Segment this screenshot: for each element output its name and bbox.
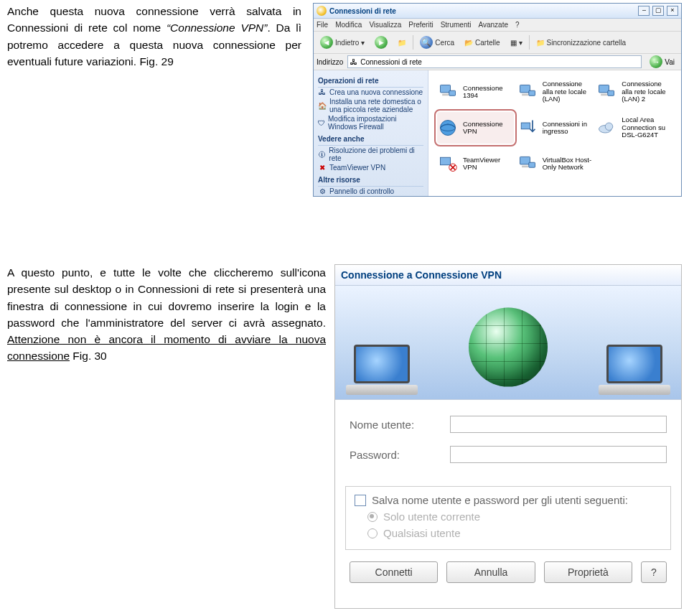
figure-30-dialog: Connessione a Connessione VPN Nome utent… xyxy=(334,264,682,609)
connection-item[interactable]: Local Area Connection su DSL-G624T xyxy=(596,112,672,144)
connect-button[interactable]: Connetti xyxy=(350,561,438,583)
side-section-see-also: Vedere anche xyxy=(318,133,423,146)
bullet-icon: 🖧 xyxy=(318,88,327,96)
back-label: Indietro xyxy=(335,39,359,47)
back-button[interactable]: ◄ Indietro ▾ xyxy=(317,34,368,50)
connection-icon xyxy=(437,153,459,174)
dialog-form: Nome utente: Password: xyxy=(335,400,681,483)
menu-help[interactable]: ? xyxy=(515,21,520,29)
menu-view[interactable]: Visualizza xyxy=(369,21,401,29)
cancel-button[interactable]: Annulla xyxy=(446,561,535,583)
connection-label: Local Area Connection su DSL-G624T xyxy=(622,116,672,139)
username-label: Nome utente: xyxy=(350,419,450,431)
radio-any-label: Qualsiasi utente xyxy=(383,527,461,539)
menu-edit[interactable]: Modifica xyxy=(335,21,362,29)
address-bar: Indirizzo 🖧 Connessioni di rete → Vai xyxy=(314,54,681,70)
connection-label: Connessione 1394 xyxy=(463,85,514,100)
menu-tools[interactable]: Strumenti xyxy=(441,21,472,29)
connection-icon xyxy=(596,81,617,103)
connection-icon xyxy=(517,153,538,174)
search-button[interactable]: 🔍 Cerca xyxy=(416,34,458,50)
connection-label: VirtualBox Host-Only Network xyxy=(543,157,594,172)
folder-up-icon: 📁 xyxy=(398,39,406,47)
side-item-control-panel[interactable]: ⚙Pannello di controllo xyxy=(318,187,423,196)
connection-icon xyxy=(517,117,538,139)
help-button[interactable]: ? xyxy=(641,561,667,583)
connection-icon xyxy=(437,117,459,139)
para2-text-b: Fig. 30 xyxy=(70,350,107,362)
forward-button[interactable]: ► xyxy=(371,34,391,50)
password-input[interactable] xyxy=(450,446,667,463)
side-section-other: Altre risorse xyxy=(318,174,423,187)
side-item-firewall[interactable]: 🛡Modifica impostazioni Windows Firewall xyxy=(318,114,423,131)
svg-rect-18 xyxy=(528,162,535,167)
side-item-new-connection[interactable]: 🖧Crea una nuova connessione xyxy=(318,88,423,97)
connection-item[interactable]: Connessione VPN xyxy=(437,112,514,144)
figure-29-window: Connessioni di rete – ▢ × File Modifica … xyxy=(313,3,682,197)
svg-rect-17 xyxy=(522,166,528,168)
username-input[interactable] xyxy=(450,416,667,433)
views-button[interactable]: ▦ ▾ xyxy=(507,37,526,48)
dialog-buttons: Connetti Annulla Proprietà ? xyxy=(335,553,681,592)
window-buttons: – ▢ × xyxy=(637,6,678,16)
dialog-titlebar: Connessione a Connessione VPN xyxy=(335,265,681,286)
connection-icon xyxy=(517,81,538,103)
menu-advanced[interactable]: Avanzate xyxy=(478,21,508,29)
folders-button[interactable]: 📂 Cartelle xyxy=(461,37,503,48)
connection-item[interactable]: Connessione alla rete locale (LAN) 2 xyxy=(596,76,672,108)
save-credentials-group: Salva nome utente e password per gli ute… xyxy=(345,486,671,550)
svg-point-13 xyxy=(606,123,614,131)
sync-icon: 📁 xyxy=(536,39,545,47)
save-checkbox-label: Salva nome utente e password per gli ute… xyxy=(372,494,628,506)
maximize-button[interactable]: ▢ xyxy=(652,6,664,16)
connection-item[interactable]: Connessioni in ingresso xyxy=(517,112,594,144)
go-icon: → xyxy=(650,55,662,68)
sync-button[interactable]: 📁 Sincronizzazione cartella xyxy=(533,37,630,48)
search-label: Cerca xyxy=(435,39,454,47)
password-row: Password: xyxy=(350,446,667,463)
side-section-operations: Operazioni di rete xyxy=(318,75,423,88)
connection-label: Connessioni in ingresso xyxy=(543,121,594,136)
connection-item[interactable]: Connessione alla rete locale (LAN) xyxy=(517,76,594,108)
folders-label: Cartelle xyxy=(475,39,500,47)
address-input[interactable]: 🖧 Connessioni di rete xyxy=(347,55,642,68)
shield-icon: 🛡 xyxy=(318,119,325,127)
go-label: Vai xyxy=(665,58,675,66)
connection-item[interactable]: Connessione 1394 xyxy=(437,76,514,108)
menu-bar: File Modifica Visualizza Preferiti Strum… xyxy=(314,19,681,32)
side-item-teamviewer[interactable]: ✖TeamViewer VPN xyxy=(318,163,423,172)
up-button[interactable]: 📁 xyxy=(394,37,410,48)
dialog-hero-image xyxy=(335,286,681,400)
save-checkbox-row[interactable]: Salva nome utente e password per gli ute… xyxy=(355,494,662,506)
folders-icon: 📂 xyxy=(464,39,473,47)
properties-button[interactable]: Proprietà xyxy=(544,561,632,583)
svg-rect-8 xyxy=(608,90,614,95)
back-icon: ◄ xyxy=(320,36,333,49)
side-item-troubleshoot[interactable]: 🛈Risoluzione dei problemi di rete xyxy=(318,146,423,163)
svg-rect-5 xyxy=(528,90,535,95)
menu-favorites[interactable]: Preferiti xyxy=(408,21,433,29)
svg-rect-7 xyxy=(601,94,607,96)
close-button[interactable]: × xyxy=(667,6,678,16)
separator xyxy=(529,35,530,50)
forward-icon: ► xyxy=(375,36,388,49)
svg-point-9 xyxy=(441,121,456,136)
side-item-network-resources[interactable]: 🌐Risorse di rete xyxy=(318,196,423,197)
svg-rect-4 xyxy=(522,94,528,96)
connection-item[interactable]: TeamViewer VPN xyxy=(437,148,514,179)
connections-grid: Connessione 1394Connessione alla rete lo… xyxy=(428,70,681,197)
globe-grid-overlay xyxy=(469,308,548,387)
help-icon: 🛈 xyxy=(318,151,326,159)
go-button[interactable]: → Vai xyxy=(646,54,678,70)
gear-icon: ⚙ xyxy=(318,187,327,195)
connection-label: Connessione VPN xyxy=(463,121,514,136)
paragraph-2: A questo punto, e tutte le volte che cli… xyxy=(7,264,326,365)
menu-file[interactable]: File xyxy=(317,21,328,29)
side-item-home-network[interactable]: 🏠Installa una rete domestica o una picco… xyxy=(318,97,423,114)
connection-label: Connessione alla rete locale (LAN) xyxy=(543,80,594,103)
window-icon xyxy=(317,6,327,16)
para1-italic: “Connessione VPN” xyxy=(167,22,268,34)
connection-item[interactable]: VirtualBox Host-Only Network xyxy=(517,148,594,179)
address-value: Connessioni di rete xyxy=(360,58,422,66)
minimize-button[interactable]: – xyxy=(638,6,650,16)
